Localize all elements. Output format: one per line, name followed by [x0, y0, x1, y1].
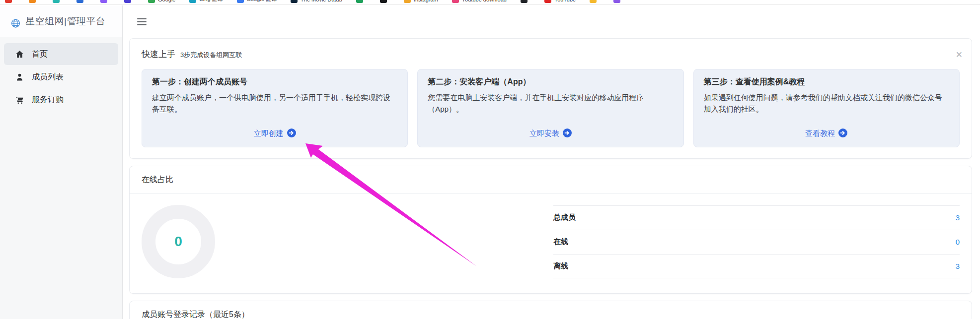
step-body: 您需要在电脑上安装客户端，并在手机上安装对应的移动应用程序（App）。: [428, 92, 673, 127]
bookmark-item[interactable]: [521, 0, 530, 3]
sidebar: 星空组网|管理平台 首页: [0, 5, 123, 319]
quick-start-card: 快速上手 3步完成设备组网互联 ✕ 第一步：创建两个成员账号 建立两个成员账户，…: [129, 38, 972, 159]
stats-list: 总成员 3 在线 0 离线 3: [553, 205, 960, 278]
bookmark-item[interactable]: [124, 0, 134, 3]
link-label: 立即创建: [254, 129, 284, 138]
bookmark-item[interactable]: [590, 0, 600, 3]
bookmark-item[interactable]: [76, 0, 86, 3]
step-body: 如果遇到任何使用问题，请参考我们的帮助文档或关注我们的微信公众号加入我们的社区。: [704, 92, 949, 127]
step-title: 第二步：安装客户端（App）: [428, 77, 673, 87]
home-icon: [15, 50, 24, 59]
app-window: 星空组网|管理平台 首页: [0, 5, 980, 319]
online-ratio-title: 在线占比: [130, 166, 972, 194]
bookmark-item[interactable]: [613, 0, 623, 3]
bookmark-favicon-icon: [29, 0, 36, 3]
browser-bookmarks-bar: GoogleBing 翻译Google 翻译The Movie DatabIns…: [0, 0, 980, 5]
bookmark-favicon-icon: [124, 0, 131, 3]
install-now-link[interactable]: 立即安装: [428, 128, 673, 139]
quick-start-title: 快速上手: [142, 49, 175, 60]
brand: 星空组网|管理平台: [0, 5, 122, 37]
bookmark-item[interactable]: [100, 0, 110, 3]
bookmark-item[interactable]: [53, 0, 63, 3]
bookmark-favicon-icon: [76, 0, 83, 3]
globe-logo-icon: [11, 17, 20, 26]
stat-row-online: 在线 0: [553, 230, 960, 254]
bookmark-label: Youtube download: [462, 0, 507, 2]
link-label: 立即安装: [529, 129, 559, 138]
bookmarks-row: GoogleBing 翻译Google 翻译The Movie DatabIns…: [5, 0, 623, 3]
donut-center-value: 0: [174, 234, 182, 250]
stat-label: 总成员: [553, 213, 576, 222]
step-body: 建立两个成员账户，一个供电脑使用，另一个适用于手机，轻松实现跨设备互联。: [152, 92, 397, 127]
stat-value: 3: [956, 262, 960, 270]
bookmark-item[interactable]: Google: [148, 0, 175, 3]
close-icon[interactable]: ✕: [956, 51, 963, 59]
bookmark-favicon-icon: [404, 0, 411, 3]
bookmark-favicon-icon: [5, 0, 12, 3]
bookmark-label: Bing 翻译: [199, 0, 223, 3]
sidebar-item-label: 首页: [32, 49, 48, 60]
login-records-title: 成员账号登录记录（最近5条）: [130, 301, 972, 319]
step-card-1: 第一步：创建两个成员账号 建立两个成员账户，一个供电脑使用，另一个适用于手机，轻…: [142, 69, 408, 147]
screen: GoogleBing 翻译Google 翻译The Movie DatabIns…: [0, 0, 980, 319]
topbar: [123, 5, 980, 38]
bookmark-item[interactable]: Instagram: [404, 0, 438, 3]
sidebar-nav: 首页 成员列表 服务订购: [0, 37, 122, 111]
bookmark-item[interactable]: Bing 翻译: [189, 0, 223, 3]
bookmark-label: The Movie Datab: [301, 0, 342, 2]
sidebar-item-home[interactable]: 首页: [4, 43, 118, 65]
bookmark-favicon-icon: [544, 0, 551, 3]
bookmark-item[interactable]: Google 翻译: [237, 0, 277, 3]
bookmark-item[interactable]: Youtube download: [452, 0, 507, 3]
stat-label: 离线: [553, 261, 568, 271]
bookmark-item[interactable]: The Movie Datab: [291, 0, 342, 3]
bookmark-favicon-icon: [613, 0, 620, 3]
bookmark-label: Google: [158, 0, 175, 2]
bookmark-favicon-icon: [356, 0, 363, 3]
bookmark-item[interactable]: YouTube: [544, 0, 576, 3]
bookmark-favicon-icon: [148, 0, 155, 3]
user-icon: [15, 72, 24, 82]
bookmark-item[interactable]: [29, 0, 39, 3]
bookmark-favicon-icon: [380, 0, 387, 3]
stat-row-offline: 离线 3: [553, 254, 960, 278]
bookmark-favicon-icon: [53, 0, 60, 3]
content: 快速上手 3步完成设备组网互联 ✕ 第一步：创建两个成员账号 建立两个成员账户，…: [123, 38, 980, 319]
bookmark-label: Google 翻译: [247, 0, 277, 3]
bookmark-label: Instagram: [414, 0, 438, 2]
arrow-circle-icon: [563, 128, 572, 139]
bookmark-favicon-icon: [100, 0, 107, 3]
sidebar-item-label: 服务订购: [32, 95, 64, 105]
bookmark-item[interactable]: [380, 0, 390, 3]
step-card-3: 第三步：查看使用案例&教程 如果遇到任何使用问题，请参考我们的帮助文档或关注我们…: [693, 69, 960, 147]
step-title: 第一步：创建两个成员账号: [152, 77, 397, 87]
donut-chart: 0: [142, 205, 215, 278]
sidebar-item-orders[interactable]: 服务订购: [4, 89, 118, 111]
bookmark-favicon-icon: [590, 0, 597, 3]
steps-row: 第一步：创建两个成员账号 建立两个成员账户，一个供电脑使用，另一个适用于手机，轻…: [130, 68, 972, 158]
arrow-circle-icon: [838, 128, 847, 139]
bookmark-favicon-icon: [452, 0, 459, 3]
sidebar-item-label: 成员列表: [32, 72, 64, 82]
view-tutorial-link[interactable]: 查看教程: [704, 128, 949, 139]
arrow-circle-icon: [287, 128, 296, 139]
sidebar-toggle-icon[interactable]: [137, 16, 147, 27]
step-title: 第三步：查看使用案例&教程: [704, 77, 949, 87]
stat-row-total: 总成员 3: [553, 205, 960, 230]
login-records-card: 成员账号登录记录（最近5条）: [129, 301, 972, 319]
step-card-2: 第二步：安装客户端（App） 您需要在电脑上安装客户端，并在手机上安装对应的移动…: [417, 69, 683, 147]
cart-icon: [15, 95, 24, 105]
bookmark-favicon-icon: [291, 0, 298, 3]
bookmark-label: YouTube: [554, 0, 576, 2]
create-now-link[interactable]: 立即创建: [152, 128, 397, 139]
stat-value: 3: [956, 213, 960, 222]
link-label: 查看教程: [805, 129, 835, 138]
main-area: 快速上手 3步完成设备组网互联 ✕ 第一步：创建两个成员账号 建立两个成员账户，…: [123, 5, 980, 319]
sidebar-item-members[interactable]: 成员列表: [4, 66, 118, 88]
bookmark-favicon-icon: [189, 0, 196, 3]
bookmark-item[interactable]: [356, 0, 366, 3]
bookmark-item[interactable]: [5, 0, 15, 3]
online-ratio-card: 在线占比 0 总成员 3 在线 0: [129, 166, 972, 294]
stat-label: 在线: [553, 237, 568, 247]
brand-title: 星空组网|管理平台: [25, 15, 105, 28]
